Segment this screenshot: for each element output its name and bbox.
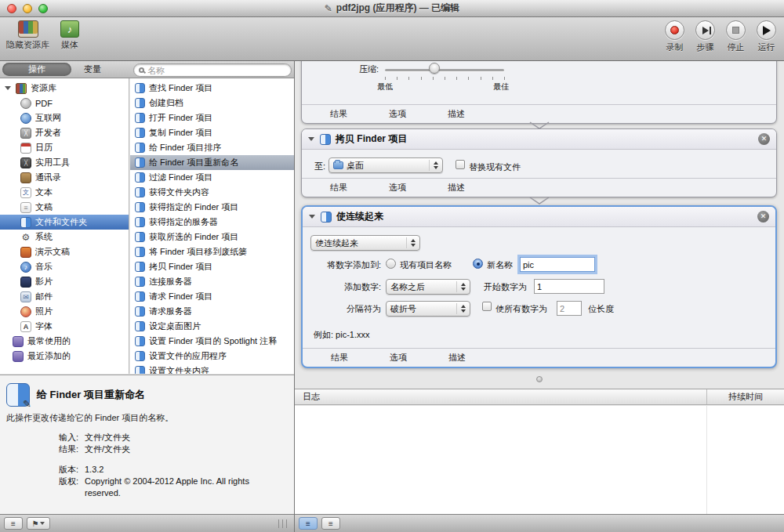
- disclosure-triangle-icon[interactable]: [5, 86, 11, 90]
- results-button[interactable]: 结果: [330, 108, 347, 120]
- library-books-icon: [16, 83, 27, 94]
- action-item[interactable]: 连接服务器: [130, 274, 294, 289]
- action-item[interactable]: 设置 Finder 项目的 Spotlight 注释: [130, 334, 294, 349]
- description-button[interactable]: 描述: [448, 352, 466, 364]
- action-item[interactable]: 查找 Finder 项目: [130, 81, 294, 96]
- collapse-triangle-icon[interactable]: [309, 215, 315, 219]
- sidebar-item-contacts[interactable]: 通讯录: [0, 170, 129, 185]
- copy-finder-items-action-block[interactable]: 拷贝 Finder 项目 至: 桌面 替换现有文件 结果 选项 描述: [301, 128, 777, 197]
- log-text-view-button[interactable]: ≡: [321, 517, 340, 530]
- separator-popup[interactable]: 破折号: [386, 301, 470, 317]
- action-item[interactable]: 将 Finder 项目移到废纸篓: [130, 244, 294, 259]
- sidebar-item-text[interactable]: 文本: [0, 185, 129, 200]
- new-name-input[interactable]: [520, 257, 595, 272]
- minimize-window-button[interactable]: [23, 4, 32, 13]
- sidebar-item-label: 影片: [35, 276, 53, 288]
- digits-suffix-label: 位长度: [588, 303, 614, 314]
- collapse-triangle-icon[interactable]: [308, 137, 314, 141]
- sidebar-item-library[interactable]: 资源库: [0, 81, 129, 96]
- sidebar-item-recently-added[interactable]: 最近添加的: [0, 349, 129, 364]
- compression-slider-track[interactable]: [385, 69, 504, 71]
- workflow-panel-toggle-button[interactable]: ⚑: [27, 517, 50, 530]
- action-item[interactable]: 设置文件夹内容: [130, 364, 294, 374]
- sidebar-item-movies[interactable]: 影片: [0, 274, 129, 289]
- sidebar-item-pdf[interactable]: PDF: [0, 96, 129, 110]
- media-browser-toggle-button[interactable]: ≡: [4, 517, 23, 530]
- make-sequential-action-block[interactable]: 使连续起来 使连续起来 将数字添加到: 现有项目名称 新名称 添加数字: 名称之…: [301, 205, 777, 368]
- new-name-radio[interactable]: [473, 259, 483, 269]
- remove-action-button[interactable]: [757, 211, 769, 223]
- options-button[interactable]: 选项: [389, 108, 406, 120]
- sidebar-item-fonts[interactable]: 字体: [0, 319, 129, 334]
- action-item[interactable]: 创建归档: [130, 96, 294, 110]
- sidebar-item-most-used[interactable]: 最常使用的: [0, 334, 129, 349]
- hide-library-button[interactable]: 隐藏资源库: [6, 20, 49, 51]
- action-item[interactable]: 获取所选的 Finder 项目: [130, 230, 294, 244]
- sidebar-item-developer[interactable]: 开发者: [0, 125, 129, 140]
- close-window-button[interactable]: [7, 4, 16, 13]
- action-header[interactable]: 使连续起来: [303, 207, 775, 227]
- sidebar-item-photos[interactable]: 照片: [0, 304, 129, 319]
- action-item[interactable]: 复制 Finder 项目: [130, 125, 294, 140]
- step-button[interactable]: 步骤: [695, 20, 715, 53]
- sidebar-item-music[interactable]: 音乐: [0, 259, 129, 274]
- action-item[interactable]: 设置文件的应用程序: [130, 349, 294, 364]
- options-button[interactable]: 选项: [390, 352, 407, 364]
- destination-popup[interactable]: 桌面: [328, 157, 443, 173]
- toolbar-right-group: 录制 步骤 停止 运行: [665, 20, 776, 53]
- stop-button[interactable]: 停止: [726, 20, 746, 53]
- popup-arrows-icon: [456, 303, 466, 314]
- action-header[interactable]: 拷贝 Finder 项目: [302, 129, 776, 150]
- action-item[interactable]: 打开 Finder 项目: [130, 110, 294, 125]
- sidebar-item-system[interactable]: 系统: [0, 230, 129, 244]
- action-item[interactable]: 获得指定的服务器: [130, 215, 294, 230]
- options-button[interactable]: 选项: [389, 182, 406, 194]
- sidebar-item-files-and-folders[interactable]: 文件和文件夹: [0, 215, 129, 230]
- sidebar-item-utilities[interactable]: 实用工具: [0, 155, 129, 170]
- media-button[interactable]: ♪ 媒体: [60, 20, 79, 51]
- finder-action-icon: [135, 321, 145, 331]
- zoom-window-button[interactable]: [38, 4, 48, 13]
- search-field[interactable]: [133, 63, 292, 77]
- sidebar-item-mail[interactable]: 邮件: [0, 289, 129, 304]
- log-list-view-button[interactable]: ≡: [299, 517, 318, 530]
- results-button[interactable]: 结果: [331, 352, 348, 364]
- action-item[interactable]: 获得文件夹内容: [130, 185, 294, 200]
- sidebar-item-presentations[interactable]: 演示文稿: [0, 244, 129, 259]
- remove-action-button[interactable]: [758, 133, 770, 145]
- search-input[interactable]: [147, 66, 286, 75]
- action-item[interactable]: 给 Finder 项目排序: [130, 140, 294, 155]
- action-item[interactable]: 请求 Finder 项目: [130, 289, 294, 304]
- sidebar-item-calendar[interactable]: 日历: [0, 140, 129, 155]
- digits-input[interactable]: [557, 301, 582, 316]
- run-button[interactable]: 运行: [757, 20, 776, 53]
- results-button[interactable]: 结果: [330, 182, 347, 194]
- duration-column-header[interactable]: 持续时间: [707, 391, 784, 403]
- action-item[interactable]: 请求服务器: [130, 304, 294, 319]
- sidebar-item-documents[interactable]: 文稿: [0, 200, 129, 215]
- tab-variables[interactable]: 变量: [84, 63, 101, 75]
- existing-name-radio[interactable]: [386, 259, 396, 269]
- record-button[interactable]: 录制: [665, 20, 684, 53]
- description-button[interactable]: 描述: [448, 108, 465, 120]
- replace-existing-checkbox[interactable]: [456, 160, 465, 169]
- all-digits-checkbox[interactable]: [482, 302, 492, 311]
- description-button[interactable]: 描述: [448, 182, 465, 194]
- number-position-popup[interactable]: 名称之后: [386, 279, 470, 295]
- action-item[interactable]: 设定桌面图片: [130, 319, 294, 334]
- result-label: 结果:: [0, 443, 78, 455]
- sidebar-item-internet[interactable]: 互联网: [0, 110, 129, 125]
- action-item[interactable]: 拷贝 Finder 项目: [130, 259, 294, 274]
- log-column-header[interactable]: 日志: [303, 391, 320, 403]
- log-splitter-handle[interactable]: [536, 376, 543, 382]
- tab-actions[interactable]: 操作: [2, 63, 71, 76]
- panel-resize-handle[interactable]: [278, 519, 289, 528]
- compress-action-block[interactable]: 压缩: 最低 最佳 结果 选项 描述: [301, 61, 777, 124]
- search-icon: [139, 67, 144, 73]
- action-item[interactable]: 过滤 Finder 项目: [130, 170, 294, 185]
- compression-slider-thumb[interactable]: [429, 63, 440, 74]
- mode-popup[interactable]: 使连续起来: [310, 235, 420, 251]
- action-item[interactable]: 获得指定的 Finder 项目: [130, 200, 294, 215]
- start-number-input[interactable]: [534, 279, 604, 294]
- action-item-selected[interactable]: 给 Finder 项目重新命名: [130, 155, 294, 170]
